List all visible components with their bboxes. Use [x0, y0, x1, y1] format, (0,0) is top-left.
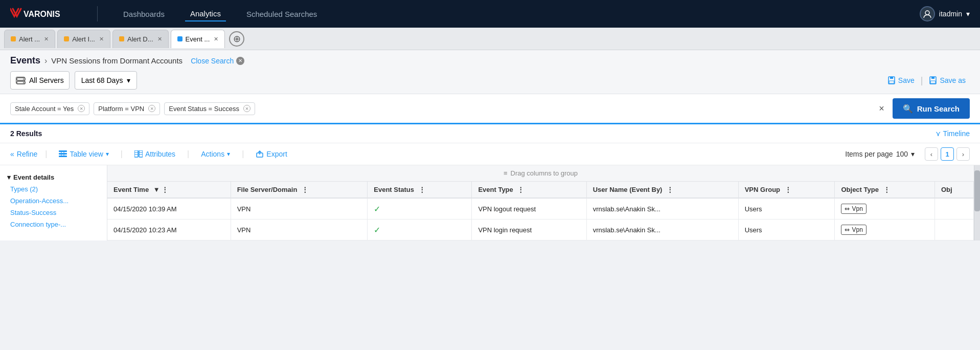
server-selector[interactable]: All Servers [10, 71, 70, 90]
tab-label: Alert D... [127, 35, 153, 43]
date-label: Last 68 Days [81, 76, 123, 84]
svg-rect-10 [931, 77, 935, 79]
nav-scheduled-searches[interactable]: Scheduled Searches [241, 7, 322, 21]
items-per-page-control: Items per page 100 ▾ [845, 150, 915, 158]
add-tab-button[interactable]: ⊕ [229, 31, 244, 47]
cell-event-type: VPN login request [472, 220, 586, 240]
page-navigation: ‹ 1 › [925, 147, 970, 161]
page-next-button[interactable]: › [956, 147, 970, 161]
nav-dashboards[interactable]: Dashboards [118, 7, 170, 21]
data-table-container: ≡ Drag columns to group Event Time ▼ ⋮ [107, 165, 974, 240]
col-event-time[interactable]: Event Time ▼ ⋮ [107, 182, 231, 198]
filter-tag-text: Event Status = Success [169, 105, 239, 113]
col-event-type[interactable]: Event Type ⋮ [472, 182, 586, 198]
date-selector[interactable]: Last 68 Days ▾ [75, 71, 138, 90]
col-object-type-label: Object Type [841, 186, 878, 193]
col-user-name[interactable]: User Name (Event By) ⋮ [586, 182, 738, 198]
page-prev-button[interactable]: ‹ [925, 147, 938, 161]
close-search-button[interactable]: Close Search ✕ [191, 57, 244, 65]
svg-rect-7 [890, 77, 893, 79]
attributes-icon [134, 150, 143, 158]
toolbar-divider-3: | [187, 149, 189, 159]
svg-rect-18 [139, 150, 143, 157]
sidebar-link-types[interactable]: Types (2) [0, 183, 107, 195]
save-button[interactable]: Save [883, 74, 919, 87]
cell-user-name: vrnslab.se\Anakin Sk... [586, 220, 738, 240]
sidebar-section-caret-icon: ▾ [7, 173, 11, 181]
user-menu[interactable]: itadmin ▾ [920, 6, 970, 21]
actions-button[interactable]: Actions ▾ [197, 148, 234, 160]
col-object-type[interactable]: Object Type ⋮ [835, 182, 935, 198]
nav-analytics[interactable]: Analytics [185, 7, 226, 21]
run-search-label: Run Search [917, 104, 960, 113]
vertical-scrollbar[interactable] [974, 165, 980, 240]
col-file-server[interactable]: File Server/Domain ⋮ [231, 182, 368, 198]
table-view-button[interactable]: Table view ▾ [55, 148, 112, 160]
col-event-status-label: Event Status [374, 186, 414, 193]
tab-alert-1[interactable]: Alert ... ✕ [4, 30, 55, 48]
svg-rect-17 [134, 150, 138, 157]
tab-label: Event ... [186, 35, 210, 43]
svg-rect-11 [930, 81, 936, 83]
table-row[interactable]: 04/15/2020 10:23 AM VPN ✓ VPN login requ… [107, 220, 974, 240]
sidebar-link-connection-type[interactable]: Connection type-... [0, 218, 107, 230]
export-button[interactable]: Export [252, 148, 291, 160]
filter-tags-container: Stale Account = Yes × Platform = VPN × E… [10, 102, 871, 115]
results-count-label: 2 Results [10, 129, 42, 138]
drag-columns-bar: ≡ Drag columns to group [107, 165, 974, 182]
timeline-button[interactable]: ⋎ Timeline [936, 129, 970, 138]
col-vpn-group[interactable]: VPN Group ⋮ [738, 182, 835, 198]
tab-bar: Alert ... ✕ Alert I... ✕ Alert D... ✕ Ev… [0, 28, 980, 50]
items-per-page-label: Items per page [845, 150, 893, 158]
tab-close-button[interactable]: ✕ [157, 36, 162, 42]
svg-text:VARONIS: VARONIS [24, 10, 60, 18]
col-menu-icon: ⋮ [517, 186, 524, 193]
varonis-logo: VARONIS [10, 6, 66, 21]
cell-event-status: ✓ [368, 198, 472, 220]
table-header-row: Event Time ▼ ⋮ File Server/Domain ⋮ Even… [107, 182, 974, 198]
filter-tag-remove-button[interactable]: × [78, 105, 85, 112]
tab-alert-3[interactable]: Alert D... ✕ [112, 30, 169, 48]
top-navigation: VARONIS Dashboards Analytics Scheduled S… [0, 0, 980, 28]
refine-button[interactable]: « Refine [10, 150, 37, 158]
scrollbar-thumb[interactable] [974, 170, 980, 211]
header-area: Events › VPN Sessions from Dormant Accou… [0, 50, 980, 94]
sidebar-section-label: Event details [13, 173, 54, 181]
sidebar-link-operation-access[interactable]: Operation-Access... [0, 195, 107, 207]
cell-obj [935, 198, 973, 220]
run-search-button[interactable]: 🔍 Run Search [893, 98, 970, 119]
save-icon [887, 76, 896, 84]
save-area: Save | Save as [883, 74, 970, 87]
vpn-arrows-icon: ⇔ [845, 205, 850, 212]
items-per-page-caret-icon[interactable]: ▾ [911, 150, 915, 158]
cell-event-time: 04/15/2020 10:23 AM [107, 220, 231, 240]
col-obj[interactable]: Obj [935, 182, 973, 198]
search-clear-button[interactable]: × [875, 102, 888, 116]
cell-user-name: vrnslab.se\Anakin Sk... [586, 198, 738, 220]
col-sort-icon: ▼ ⋮ [153, 186, 168, 193]
timeline-icon: ⋎ [936, 129, 941, 138]
attributes-button[interactable]: Attributes [130, 148, 179, 160]
tab-alert-2[interactable]: Alert I... ✕ [57, 30, 110, 48]
filter-tag-remove-button[interactable]: × [243, 105, 250, 112]
filter-tag-remove-button[interactable]: × [148, 105, 155, 112]
main-content: Events › VPN Sessions from Dormant Accou… [0, 50, 980, 240]
save-divider: | [921, 75, 923, 86]
col-file-server-label: File Server/Domain [237, 186, 298, 193]
date-caret-icon: ▾ [127, 76, 130, 84]
col-event-status[interactable]: Event Status ⋮ [368, 182, 472, 198]
save-as-button[interactable]: Save as [925, 74, 970, 87]
tab-close-button[interactable]: ✕ [214, 36, 218, 42]
filter-tag-text: Platform = VPN [98, 105, 144, 113]
tab-event-active[interactable]: Event ... ✕ [171, 30, 225, 48]
vpn-badge-label: Vpn [852, 205, 862, 212]
tab-close-button[interactable]: ✕ [44, 36, 49, 42]
col-event-time-label: Event Time [113, 186, 149, 193]
breadcrumb-root-label: Events [10, 55, 40, 66]
tab-color-indicator [177, 36, 183, 41]
sidebar-section-event-details[interactable]: ▾ Event details [0, 171, 107, 183]
sidebar-link-status-success[interactable]: Status-Success [0, 207, 107, 218]
tab-close-button[interactable]: ✕ [99, 36, 104, 42]
table-row[interactable]: 04/15/2020 10:39 AM VPN ✓ VPN logout req… [107, 198, 974, 220]
vpn-badge-label: Vpn [852, 226, 862, 233]
